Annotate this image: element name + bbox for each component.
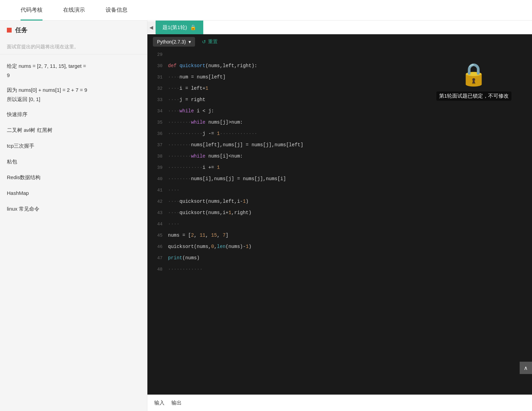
topic-hashmap-label: HashMap	[7, 188, 140, 198]
code-line-39: 39 ············i += 1	[147, 162, 532, 173]
tab-input[interactable]: 输入	[154, 398, 165, 408]
nav-item-code-review[interactable]: 代码考核	[10, 0, 53, 21]
code-line-45: 45 nums = [2, 11, 15, 7]	[147, 230, 532, 241]
tab-output[interactable]: 输出	[171, 398, 182, 408]
task-line-2: 因为 nums[0] + nums[1] = 2 + 7 = 9所以返回 [0,…	[7, 85, 140, 104]
code-line-44: 44 ····	[147, 219, 532, 230]
problem-tab[interactable]: 题1(第1轮) 🔒	[156, 21, 203, 34]
topic-redis: Redis数据结构	[7, 172, 140, 183]
top-nav: 代码考核 在线演示 设备信息	[0, 0, 532, 21]
code-line-41: 41 ····	[147, 185, 532, 196]
lock-overlay: 🔒 第1轮面试题已锁定，不可修改	[436, 62, 511, 101]
code-line-40: 40 ········nums[i],nums[j] = nums[j],num…	[147, 173, 532, 185]
topic-quicksort: 快速排序	[7, 109, 140, 120]
language-selector[interactable]: Python(2.7.3) ▾	[153, 37, 195, 47]
code-line-35: 35 ········while nums[j]>num:	[147, 117, 532, 128]
code-line-38: 38 ········while nums[i]<num:	[147, 151, 532, 162]
code-line-43: 43 ····quicksort(nums,i+1,right)	[147, 207, 532, 219]
code-line-36: 36 ············j -= 1·············	[147, 128, 532, 139]
reset-button[interactable]: ↺ 重置	[202, 39, 218, 45]
task-hint: 面试官提出的问题将出现在这里。	[0, 40, 147, 54]
left-panel: 任务 面试官提出的问题将出现在这里。 给定 nums = [2, 7, 11, …	[0, 21, 147, 411]
code-editor: Python(2.7.3) ▾ ↺ 重置 29 30 def quicksort…	[147, 34, 532, 395]
nav-item-device-info[interactable]: 设备信息	[95, 0, 138, 21]
task-content: 给定 nums = [2, 7, 11, 15], target =9 因为 n…	[0, 54, 147, 226]
code-line-42: 42 ····quicksort(nums,left,i-1)	[147, 196, 532, 207]
code-line-34: 34 ····while i < j:	[147, 105, 532, 117]
code-line-47: 47 print(nums)	[147, 252, 532, 264]
task-line-1: 给定 nums = [2, 7, 11, 15], target =9	[7, 61, 140, 80]
reset-icon: ↺	[202, 39, 206, 45]
code-line-46: 46 quicksort(nums,0,len(nums)-1)	[147, 241, 532, 252]
lock-message: 第1轮面试题已锁定，不可修改	[436, 91, 511, 101]
code-line-37: 37 ········nums[left],nums[j] = nums[j],…	[147, 139, 532, 151]
task-title: 任务	[15, 26, 27, 34]
task-icon	[7, 28, 12, 33]
topic-tcp-handshake: tcp三次握手	[7, 141, 140, 151]
right-panel: ◀ 题1(第1轮) 🔒 Python(2.7.3) ▾ ↺ 重置	[147, 21, 532, 411]
bottom-toolbar: 输入 输出	[147, 395, 532, 411]
dropdown-chevron-icon: ▾	[189, 39, 191, 45]
editor-toolbar: Python(2.7.3) ▾ ↺ 重置	[147, 34, 532, 49]
topic-sticky-packet: 粘包	[7, 157, 140, 167]
lock-icon: 🔒	[460, 62, 487, 87]
code-line-48: 48 ············	[147, 264, 532, 275]
collapse-button[interactable]: ◀	[147, 21, 156, 34]
topic-list: 快速排序 二叉树 avl树 红黑树 tcp三次握手 粘包 Redis数据结构 H…	[7, 109, 140, 214]
nav-item-online-demo[interactable]: 在线演示	[53, 0, 95, 21]
tab-lock-icon: 🔒	[190, 24, 196, 30]
code-line-29: 29	[147, 49, 532, 60]
topic-trees: 二叉树 avl树 红黑树	[7, 125, 140, 135]
main-layout: 任务 面试官提出的问题将出现在这里。 给定 nums = [2, 7, 11, …	[0, 21, 532, 411]
scroll-up-button[interactable]: ∧	[520, 362, 532, 374]
editor-tabs: ◀ 题1(第1轮) 🔒	[147, 21, 532, 34]
tab-label: 题1(第1轮)	[162, 24, 187, 31]
scroll-up-icon: ∧	[524, 365, 528, 371]
task-header: 任务	[0, 21, 147, 40]
topic-linux-label: linux 常见命令	[7, 204, 140, 214]
